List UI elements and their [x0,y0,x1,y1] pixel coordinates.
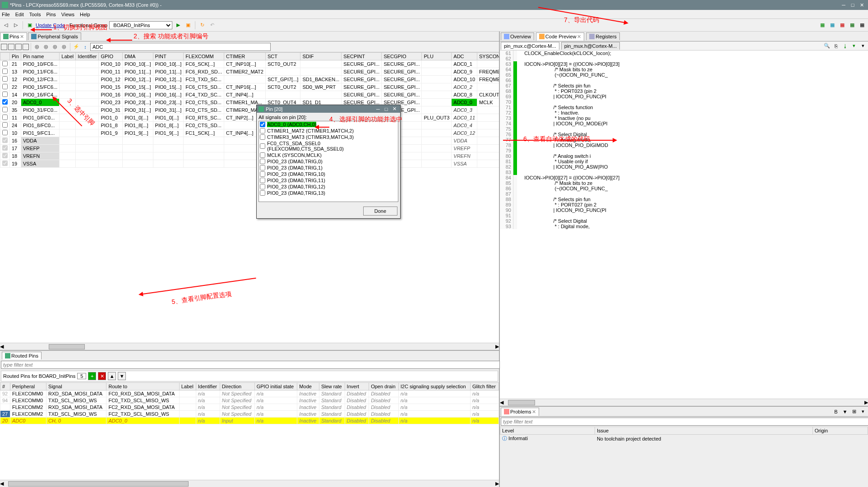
p-icon-1[interactable]: B [832,408,840,416]
signal-item[interactable]: PIO0_23 (DMA0,TRIG,11) [259,177,398,184]
routed-filter-input[interactable] [1,361,500,369]
routed-row[interactable]: FLEXCOMM2RXD_SDA_MOSI_DATAFC2_RXD_SDA_MO… [0,404,499,411]
signal-item[interactable]: PIO0_23 (DMA0,TRIG,1) [259,165,398,171]
tab-registers[interactable]: Registers [586,32,619,40]
remove-button[interactable]: ✕ [98,372,106,380]
close-button[interactable]: ✕ [857,2,866,8]
tb-icon-1[interactable] [1,44,7,50]
signal-item[interactable]: FC0_CTS_SDA_SSEL0 (FLEXCOMM0,CTS_SDA_SSE… [259,140,398,152]
fg-action2-icon[interactable]: ▣ [184,21,192,29]
export-icon[interactable]: ⭳ [841,42,849,50]
tb-icon-6[interactable]: ◎ [42,43,50,51]
pin-row[interactable]: 22PIO0_15/FC6...PIO0_15PIO0_15[...]PIO0_… [0,83,499,91]
update-code-link[interactable]: Update Code [36,23,65,28]
copy-icon[interactable]: ⎘ [832,42,840,50]
close-icon[interactable]: ✕ [20,34,24,40]
filter-icon[interactable]: ↕ [81,43,89,51]
tab-overview[interactable]: Overview [501,32,534,40]
signal-list[interactable]: ADC0_0 (ADC0,CH,0) CTIMER1_MAT2 (CTIMER1… [259,121,398,202]
persp-icon-5[interactable]: ▦ [858,21,866,29]
routed-row[interactable]: 20ADC0CH, 0ADC0_0n/aInputn/aInactiveStan… [0,418,499,424]
tab-file-h[interactable]: pin_mux.h@Cortex-M... [561,42,620,50]
done-button[interactable]: Done [363,207,397,216]
pin-row[interactable]: 18VREFNVREFN [0,152,499,160]
tab-problems[interactable]: Problems✕ [501,408,539,416]
code-scrollbar-h[interactable]: ◀▶ [500,399,868,406]
pin-row[interactable]: 12PIO0_12/FC3...PIO0_12PIO0_12[...]PIO0_… [0,76,499,83]
pin-row[interactable]: 10PIO1_9/FC1...PIO1_9PIO1_9[...]PIO1_9[.… [0,129,499,137]
pin-row[interactable]: 19VSSAVSSA [0,160,499,168]
menu-tools[interactable]: Tools [29,12,41,17]
pin-row[interactable]: 13PIO0_11/FC6...PIO0_11PIO0_11[...]PIO0_… [0,68,499,76]
undo-icon[interactable]: ↶ [208,21,216,29]
persp-icon-3[interactable]: ▦ [838,21,846,29]
routed-row[interactable]: 94FLEXCOMM0TXD_SCL_MISO_WSFC0_TXD_SCL_MI… [0,397,499,404]
signal-item[interactable]: MCLK (SYSCON,MCLK) [259,152,398,158]
dialog-max-button[interactable]: □ [382,106,390,112]
signal-item[interactable]: PIO0_23 (DMA0,TRIG,0) [259,158,398,165]
menu-file[interactable]: File [2,12,10,17]
close-icon[interactable]: ✕ [577,34,581,40]
tb-icon-3[interactable] [15,44,22,50]
pin-row[interactable]: 24PIO1_8/FC0...PIO1_8PIO1_8[...]PIO1_8[.… [0,122,499,129]
menu-views[interactable]: Views [61,12,74,17]
signal-item[interactable]: PIO0_23 (DMA0,TRIG,10) [259,171,398,177]
pin-row[interactable]: 35PIO0_31/FC0...PIO0_31PIO0_31[...]PIO0_… [0,106,499,114]
p-filter-icon[interactable]: ▼ [841,408,849,416]
routed-scrollbar-h[interactable]: ◀▶ [0,480,499,487]
pins-table[interactable]: PinPin nameLabelIdentifierGPIODMAPINTFLE… [0,52,499,343]
p-menu-icon[interactable]: ▾ [859,408,867,416]
maximize-button[interactable]: □ [848,2,857,8]
menu-icon[interactable]: ▾ [859,42,867,50]
code-editor[interactable]: 61 CLOCK_EnableClock(kCLOCK_Iocon);6263 … [500,51,868,399]
up-button[interactable]: ▲ [108,372,116,380]
persp-icon-1[interactable]: ▦ [818,21,826,29]
dialog-min-button[interactable]: ─ [374,106,382,112]
search-toggle-icon[interactable]: ⚡ [72,43,80,51]
pin-row[interactable]: 14PIO0_16/FC4...PIO0_16PIO0_16[...]PIO0_… [0,91,499,99]
routed-row[interactable]: 27FLEXCOMM2TXD_SCL_MISO_WSFC2_TXD_SCL_MI… [0,411,499,418]
minimize-button[interactable]: ─ [839,2,848,8]
tab-routed-pins[interactable]: Routed Pins [2,352,42,359]
routed-row[interactable]: 92FLEXCOMM0RXD_SDA_MOSI_DATAFC0_RXD_SDA_… [0,391,499,397]
signal-item[interactable]: PIO0_23 (DMA0,TRIG,12) [259,184,398,190]
fg-action1-icon[interactable]: ▶ [174,21,182,29]
tb-icon-7[interactable]: ◎ [51,43,59,51]
close-icon[interactable]: ✕ [532,409,536,415]
tab-pins[interactable]: Pins ✕ [0,32,27,41]
tab-code-preview[interactable]: Code Preview✕ [536,32,584,41]
options-icon[interactable]: ▾ [850,42,858,50]
pin-row[interactable]: 16VDDAVDDA [0,137,499,145]
forward-icon[interactable]: ▷ [12,21,20,29]
search-icon[interactable]: 🔍 [823,42,831,50]
tb-icon-2[interactable] [8,44,14,50]
dialog-titlebar[interactable]: Pin [20] ─ □ ✕ [257,105,400,113]
search-input[interactable] [90,43,271,51]
pin-row[interactable]: 21PIO0_10/FC6...PIO0_10PIO0_10[...]PIO0_… [0,60,499,68]
menu-pins[interactable]: Pins [46,12,55,17]
refresh-icon[interactable]: ↻ [198,21,206,29]
add-button[interactable]: + [88,372,96,380]
menu-edit[interactable]: Edit [15,12,24,17]
pins-scrollbar-h[interactable]: ◀▶ [0,343,499,350]
persp-icon-2[interactable]: ▦ [828,21,836,29]
pin-row[interactable]: 17VREFPVREFP [0,145,499,152]
tab-peripheral-signals[interactable]: Peripheral Signals [28,32,81,40]
menu-help[interactable]: Help [80,12,90,17]
problems-filter-input[interactable] [501,418,868,426]
signal-item[interactable]: CTIMER1_MAT2 (CTIMER1,MATCH,2) [259,128,398,134]
persp-icon-4[interactable]: ▦ [848,21,856,29]
p-icon-3[interactable]: ⊞ [850,408,858,416]
problems-table[interactable]: LevelIssueOrigin ⓘ InformatiNo toolchain… [500,427,868,443]
back-icon[interactable]: ◁ [2,21,10,29]
tb-icon-5[interactable]: ◎ [33,43,41,51]
signal-item[interactable]: PIO0_23 (DMA0,TRIG,13) [259,190,398,196]
functional-group-combo[interactable]: BOARD_InitPins [109,21,172,29]
tb-icon-8[interactable]: ◎ [60,43,68,51]
pin-row[interactable]: 20ADC0_0PIO0_23PIO0_23[...]PIO0_23[...]F… [0,99,499,106]
pin-row[interactable]: 11PIO1_0/FC0...PIO1_0PIO1_0[...]PIO1_0[.… [0,114,499,122]
dialog-close-button[interactable]: ✕ [390,106,398,112]
down-button[interactable]: ▼ [118,372,126,380]
tab-file-c[interactable]: pin_mux.c@Cortex-M... [501,42,559,50]
tb-icon-4[interactable] [23,44,29,50]
